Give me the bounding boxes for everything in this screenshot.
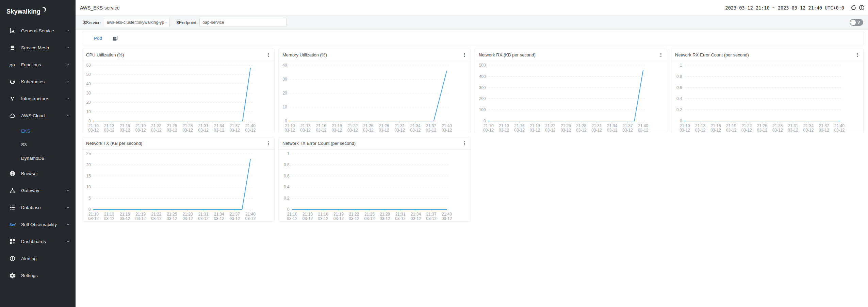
sidebar-item-alerting[interactable]: Alerting — [0, 250, 76, 267]
x-tick-date-label: 03-12 — [287, 216, 297, 221]
variables-toolbar: $Service aws-eks-cluster::skywalking-yp … — [76, 16, 868, 30]
copy-icon[interactable] — [112, 35, 118, 41]
y-tick-label: 25 — [86, 151, 91, 156]
chart-card-network-tx-error-count-per-second: Network TX Error Count (per second)00.20… — [278, 137, 471, 222]
sidebar: Skywalking General ServiceService Meshf(… — [0, 0, 76, 307]
sidebar-item-dashboards[interactable]: Dashboards — [0, 233, 76, 250]
x-tick-label: 21:16 — [711, 123, 721, 128]
sidebar-item-self-observability[interactable]: SwSelf Observability — [0, 216, 76, 233]
chart-icon — [10, 28, 16, 34]
x-tick-date-label: 03-12 — [316, 128, 327, 133]
x-tick-date-label: 03-12 — [214, 128, 224, 133]
x-tick-date-label: 03-12 — [514, 128, 525, 133]
sidebar-item-gateway[interactable]: Gateway — [0, 182, 76, 199]
sidebar-item-browser[interactable]: Browser — [0, 165, 76, 182]
chart-canvas[interactable]: 010020030040050021:1003-1221:1303-1221:1… — [475, 61, 667, 133]
dashboard-content: Pod CPU Utilization (%)010203040506021:1… — [76, 30, 868, 307]
y-tick-label: 300 — [479, 85, 486, 90]
kebab-menu-icon[interactable] — [461, 140, 468, 147]
chart-canvas[interactable]: 00.20.40.60.8121:1003-1221:1303-1221:160… — [279, 150, 471, 221]
x-tick-label: 21:40 — [245, 212, 256, 217]
kebab-menu-icon[interactable] — [265, 52, 272, 58]
chevron-down-icon — [66, 63, 70, 67]
main-area: AWS_EKS-service 2023-03-12 21:10 ~ 2023-… — [76, 0, 868, 307]
kebab-menu-icon[interactable] — [658, 52, 664, 58]
sidebar-subitem-label: EKS — [21, 129, 30, 134]
x-tick-label: 21:40 — [442, 212, 452, 217]
x-tick-date-label: 03-12 — [151, 216, 162, 221]
chevron-down-icon — [66, 46, 70, 50]
y-tick-label: 0 — [88, 119, 91, 123]
x-tick-date-label: 03-12 — [530, 128, 540, 133]
chart-canvas[interactable]: 00.20.40.60.8121:1003-1221:1303-1221:160… — [671, 61, 863, 133]
x-tick-date-label: 03-12 — [245, 128, 256, 133]
y-tick-label: 0 — [88, 207, 91, 212]
x-tick-label: 21:31 — [198, 123, 209, 128]
x-tick-date-label: 03-12 — [88, 216, 99, 221]
x-tick-date-label: 03-12 — [104, 128, 115, 133]
x-tick-date-label: 03-12 — [803, 128, 814, 133]
sidebar-item-general-service[interactable]: General Service — [0, 22, 76, 39]
sidebar-item-label: Service Mesh — [21, 45, 66, 50]
chart-card-header: Network RX Error Count (per second) — [671, 49, 863, 61]
x-tick-date-label: 03-12 — [757, 128, 767, 133]
x-tick-label: 21:40 — [834, 123, 845, 128]
refresh-icon[interactable] — [851, 5, 856, 11]
x-tick-label: 21:19 — [530, 123, 540, 128]
sidebar-item-label: Database — [21, 205, 66, 210]
x-tick-date-label: 03-12 — [363, 128, 374, 133]
y-tick-label: 15 — [86, 174, 91, 178]
kebab-menu-icon[interactable] — [854, 52, 861, 58]
database-icon — [10, 205, 16, 210]
x-tick-label: 21:22 — [349, 212, 359, 217]
x-tick-date-label: 03-12 — [788, 128, 798, 133]
sidebar-item-infrastructure[interactable]: Infrastructure — [0, 90, 76, 107]
x-tick-date-label: 03-12 — [198, 128, 209, 133]
time-range-picker[interactable]: 2023-03-12 21:10 ~ 2023-03-12 21:40 UTC+… — [725, 5, 845, 11]
sidebar-item-kubernetes[interactable]: Kubernetes — [0, 73, 76, 90]
x-tick-date-label: 03-12 — [318, 216, 328, 221]
sidebar-item-dynamodb[interactable]: DynamoDB — [0, 151, 76, 165]
sidebar-item-functions[interactable]: f(x)Functions — [0, 56, 76, 73]
kebab-menu-icon[interactable] — [461, 52, 468, 58]
x-tick-date-label: 03-12 — [135, 216, 146, 221]
chart-canvas[interactable]: 01020304021:1003-1221:1303-1221:1603-122… — [279, 61, 471, 133]
app-window: Skywalking General ServiceService Meshf(… — [0, 0, 868, 307]
chart-canvas[interactable]: 010203040506021:1003-1221:1303-1221:1603… — [82, 61, 274, 133]
x-tick-label: 21:34 — [410, 123, 421, 128]
x-tick-label: 21:10 — [285, 123, 295, 128]
app-logo-text: Skywalking — [6, 8, 40, 15]
sidebar-item-aws-cloud[interactable]: AWS Cloud — [0, 107, 76, 124]
chevron-down-icon — [66, 29, 70, 33]
x-tick-label: 21:31 — [592, 123, 602, 128]
kebab-menu-icon[interactable] — [265, 140, 272, 147]
sidebar-item-service-mesh[interactable]: Service Mesh — [0, 39, 76, 56]
x-tick-label: 21:13 — [104, 212, 114, 217]
sidebar-item-settings[interactable]: Settings — [0, 267, 76, 284]
x-tick-label: 21:13 — [300, 123, 311, 128]
x-tick-date-label: 03-12 — [442, 128, 452, 133]
chart-card-header: CPU Utilization (%) — [82, 49, 274, 61]
chart-card-header: Network TX Error Count (per second) — [279, 137, 471, 150]
chart-card-header: Network TX (KB per second) — [82, 137, 274, 150]
chart-canvas[interactable]: 051015202521:1003-1221:1303-1221:1603-12… — [82, 150, 274, 221]
sidebar-item-s3[interactable]: S3 — [0, 138, 76, 151]
y-tick-label: 0.8 — [676, 74, 682, 79]
x-tick-date-label: 03-12 — [245, 216, 256, 221]
x-tick-label: 21:40 — [245, 123, 256, 128]
x-tick-label: 21:22 — [545, 123, 555, 128]
endpoint-input[interactable] — [199, 18, 286, 27]
chevron-down-icon — [164, 20, 168, 25]
service-select[interactable]: aws-eks-cluster::skywalking-yp — [104, 18, 170, 27]
tab-pod[interactable]: Pod — [94, 36, 102, 41]
x-tick-label: 21:31 — [198, 212, 209, 217]
sidebar-item-eks[interactable]: EKS — [0, 124, 76, 138]
sidebar-item-database[interactable]: Database — [0, 199, 76, 216]
x-tick-date-label: 03-12 — [182, 128, 193, 133]
x-tick-label: 21:16 — [316, 123, 326, 128]
info-icon[interactable] — [859, 5, 865, 11]
x-tick-date-label: 03-12 — [545, 128, 556, 133]
x-tick-label: 21:25 — [167, 123, 177, 128]
edit-mode-toggle[interactable]: V — [850, 19, 863, 26]
sidebar-item-label: Alerting — [21, 256, 70, 261]
